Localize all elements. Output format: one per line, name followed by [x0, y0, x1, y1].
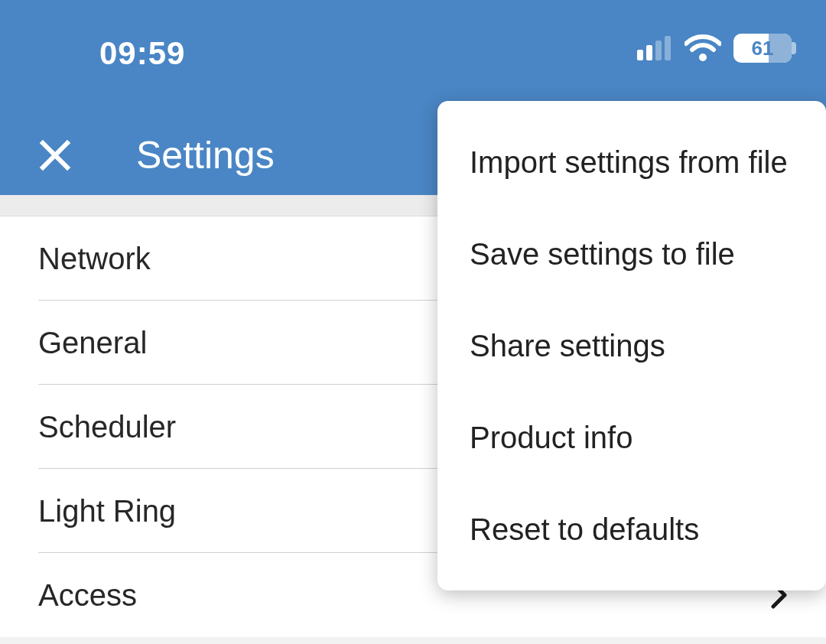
- menu-item-save-settings[interactable]: Save settings to file: [437, 208, 826, 300]
- menu-item-label: Product info: [470, 421, 633, 455]
- menu-item-label: Share settings: [470, 329, 665, 363]
- battery-percent: 61: [733, 34, 792, 63]
- wifi-icon: [685, 34, 721, 62]
- list-item-label: Network: [38, 242, 151, 276]
- cellular-signal-icon: [637, 36, 672, 60]
- close-icon: [38, 138, 72, 172]
- menu-item-product-info[interactable]: Product info: [437, 392, 826, 483]
- list-item-label: General: [38, 326, 147, 360]
- list-item-label: Scheduler: [38, 410, 176, 444]
- status-bar: 09:59 61: [0, 0, 826, 92]
- overflow-menu: Import settings from file Save settings …: [437, 101, 826, 590]
- menu-item-label: Save settings to file: [470, 237, 735, 272]
- svg-rect-1: [646, 45, 652, 60]
- page-title: Settings: [136, 133, 275, 177]
- status-time: 09:59: [99, 35, 185, 72]
- menu-item-import-settings[interactable]: Import settings from file: [437, 116, 826, 208]
- menu-item-share-settings[interactable]: Share settings: [437, 300, 826, 392]
- menu-item-reset-defaults[interactable]: Reset to defaults: [437, 483, 826, 575]
- menu-item-label: Reset to defaults: [470, 512, 699, 547]
- svg-rect-0: [637, 50, 643, 60]
- close-button[interactable]: [17, 117, 93, 194]
- menu-item-label: Import settings from file: [470, 145, 788, 180]
- svg-rect-2: [655, 41, 662, 60]
- battery-indicator: 61: [733, 34, 792, 63]
- list-item-label: Light Ring: [38, 494, 176, 529]
- svg-rect-3: [665, 36, 671, 60]
- status-indicators: 61: [637, 34, 792, 63]
- list-item-label: Access: [38, 578, 137, 613]
- svg-point-4: [699, 54, 707, 61]
